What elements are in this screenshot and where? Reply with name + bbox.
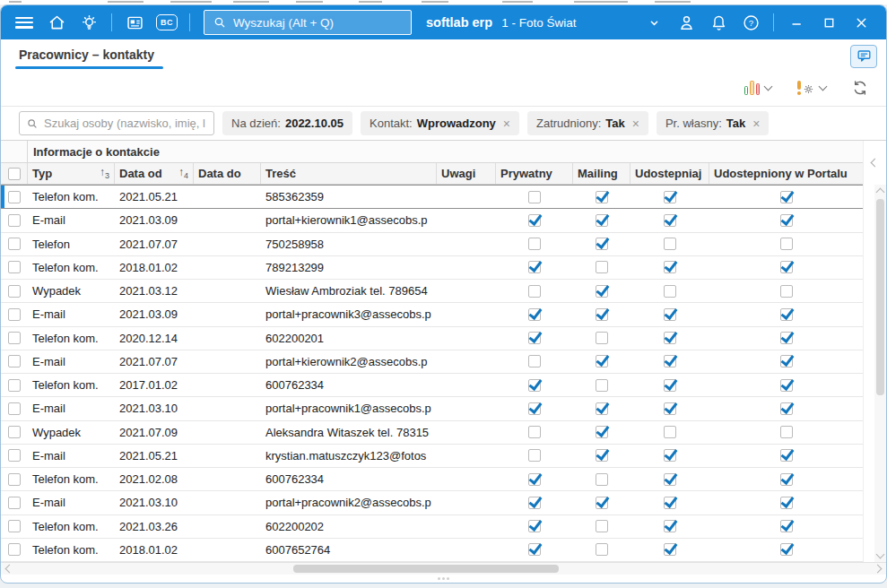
checkbox-prywatny[interactable] bbox=[528, 473, 541, 486]
cell-udostepniaj[interactable] bbox=[630, 209, 709, 231]
analysis-button[interactable] bbox=[740, 77, 778, 99]
checkbox-udostepniaj[interactable] bbox=[664, 497, 676, 509]
checkbox-udostepniaj[interactable] bbox=[664, 355, 676, 368]
checkbox-prywatny[interactable] bbox=[528, 379, 541, 392]
checkbox-mailing[interactable] bbox=[596, 543, 608, 556]
cell-portal[interactable] bbox=[709, 256, 863, 279]
table-row[interactable]: Telefon kom.2021.02.08600762334 bbox=[1, 468, 863, 491]
row-select-cell[interactable] bbox=[1, 233, 28, 255]
chip-close-icon[interactable]: × bbox=[503, 117, 510, 130]
checkbox-portal[interactable] bbox=[780, 402, 793, 415]
checkbox-prywatny[interactable] bbox=[528, 402, 541, 415]
column-header-data-do[interactable]: Data do bbox=[194, 163, 261, 184]
checkbox-mailing[interactable] bbox=[596, 238, 608, 250]
horizontal-scrollbar[interactable] bbox=[1, 562, 886, 575]
checkbox-udostepniaj[interactable] bbox=[664, 402, 676, 415]
filter-chip-2[interactable]: Zatrudniony:Tak× bbox=[527, 111, 648, 135]
checkbox-mailing[interactable] bbox=[596, 214, 608, 227]
checkbox-udostepniaj[interactable] bbox=[664, 238, 676, 250]
bc-button[interactable]: BC bbox=[153, 9, 180, 36]
cell-portal[interactable] bbox=[709, 209, 863, 231]
filter-chip-3[interactable]: Pr. własny:Tak× bbox=[657, 111, 769, 135]
scroll-left-icon[interactable] bbox=[5, 565, 14, 574]
checkbox-prywatny[interactable] bbox=[528, 426, 541, 438]
checkbox-udostepniaj[interactable] bbox=[664, 449, 676, 462]
cell-mailing[interactable] bbox=[573, 468, 630, 490]
checkbox-prywatny[interactable] bbox=[528, 238, 541, 250]
checkbox-udostepniaj[interactable] bbox=[664, 473, 676, 486]
row-select-checkbox[interactable] bbox=[8, 543, 21, 556]
global-search-input[interactable] bbox=[233, 16, 403, 30]
help-button[interactable]: ? bbox=[737, 9, 764, 36]
cell-mailing[interactable] bbox=[573, 209, 630, 231]
column-header-udostepniaj[interactable]: Udostepniaj bbox=[630, 163, 709, 184]
checkbox-portal[interactable] bbox=[780, 543, 793, 556]
row-select-checkbox[interactable] bbox=[8, 355, 21, 368]
row-select-cell[interactable] bbox=[1, 445, 28, 467]
row-select-checkbox[interactable] bbox=[8, 285, 21, 298]
table-row[interactable]: Telefon2021.07.07750258958 bbox=[1, 233, 863, 256]
row-select-cell[interactable] bbox=[1, 186, 28, 208]
checkbox-mailing[interactable] bbox=[596, 379, 608, 392]
checkbox-portal[interactable] bbox=[780, 261, 793, 273]
cell-prywatny[interactable] bbox=[496, 280, 573, 302]
checkbox-mailing[interactable] bbox=[596, 426, 608, 438]
chip-close-icon[interactable]: × bbox=[632, 117, 639, 130]
select-all-checkbox[interactable] bbox=[8, 168, 21, 180]
cell-udostepniaj[interactable] bbox=[630, 515, 709, 538]
cell-portal[interactable] bbox=[709, 539, 863, 561]
tips-button[interactable] bbox=[75, 9, 102, 36]
checkbox-portal[interactable] bbox=[780, 285, 793, 298]
row-select-checkbox[interactable] bbox=[8, 379, 21, 392]
cell-mailing[interactable] bbox=[573, 186, 630, 208]
column-header-mailing[interactable]: Mailing bbox=[573, 163, 630, 184]
actions-button[interactable] bbox=[792, 77, 832, 99]
checkbox-portal[interactable] bbox=[780, 238, 793, 250]
cell-prywatny[interactable] bbox=[496, 491, 573, 514]
cell-portal[interactable] bbox=[709, 233, 863, 255]
filter-chip-0[interactable]: Na dzień:2022.10.05 bbox=[222, 111, 352, 135]
table-row[interactable]: Telefon kom.2017.01.02600762334 bbox=[1, 374, 863, 397]
cell-udostepniaj[interactable] bbox=[630, 233, 709, 255]
cell-portal[interactable] bbox=[709, 374, 863, 396]
scroll-right-icon[interactable] bbox=[874, 565, 883, 574]
cell-prywatny[interactable] bbox=[496, 327, 573, 350]
cell-mailing[interactable] bbox=[573, 397, 630, 419]
cell-prywatny[interactable] bbox=[496, 186, 573, 208]
row-select-checkbox[interactable] bbox=[8, 402, 21, 415]
cell-udostepniaj[interactable] bbox=[630, 421, 709, 444]
checkbox-udostepniaj[interactable] bbox=[664, 520, 676, 532]
checkbox-portal[interactable] bbox=[780, 497, 793, 509]
cell-mailing[interactable] bbox=[573, 539, 630, 561]
horizontal-scroll-thumb[interactable] bbox=[293, 565, 559, 573]
checkbox-mailing[interactable] bbox=[596, 355, 608, 368]
cell-prywatny[interactable] bbox=[496, 445, 573, 467]
home-button[interactable] bbox=[43, 9, 70, 36]
row-select-checkbox[interactable] bbox=[8, 308, 21, 321]
checkbox-prywatny[interactable] bbox=[528, 520, 541, 532]
table-row[interactable]: E-mail2021.03.10portal+pracownik1@asseco… bbox=[1, 397, 863, 420]
company-selector[interactable]: 1 - Foto Świat bbox=[501, 16, 576, 30]
row-select-checkbox[interactable] bbox=[8, 497, 21, 509]
cell-mailing[interactable] bbox=[573, 350, 630, 373]
filter-chip-1[interactable]: Kontakt:Wprowadzony× bbox=[361, 111, 519, 135]
table-row[interactable]: E-mail2021.03.09portal+pracownik3@asseco… bbox=[1, 303, 863, 326]
checkbox-prywatny[interactable] bbox=[528, 214, 541, 227]
cell-udostepniaj[interactable] bbox=[630, 539, 709, 561]
row-select-cell[interactable] bbox=[1, 350, 28, 373]
row-select-cell[interactable] bbox=[1, 327, 28, 350]
cell-portal[interactable] bbox=[709, 303, 863, 325]
cell-portal[interactable] bbox=[709, 421, 863, 444]
checkbox-portal[interactable] bbox=[780, 520, 793, 532]
row-select-cell[interactable] bbox=[1, 256, 28, 279]
checkbox-portal[interactable] bbox=[780, 332, 793, 344]
cell-mailing[interactable] bbox=[573, 256, 630, 279]
checkbox-portal[interactable] bbox=[780, 214, 793, 227]
vertical-scroll-thumb[interactable] bbox=[876, 199, 884, 395]
checkbox-mailing[interactable] bbox=[596, 473, 608, 486]
checkbox-udostepniaj[interactable] bbox=[664, 379, 676, 392]
row-select-checkbox[interactable] bbox=[8, 520, 21, 532]
cell-prywatny[interactable] bbox=[496, 209, 573, 231]
checkbox-udostepniaj[interactable] bbox=[664, 214, 676, 227]
table-row[interactable]: E-mail2021.05.21krystian.matuszczyk123@f… bbox=[1, 445, 863, 468]
